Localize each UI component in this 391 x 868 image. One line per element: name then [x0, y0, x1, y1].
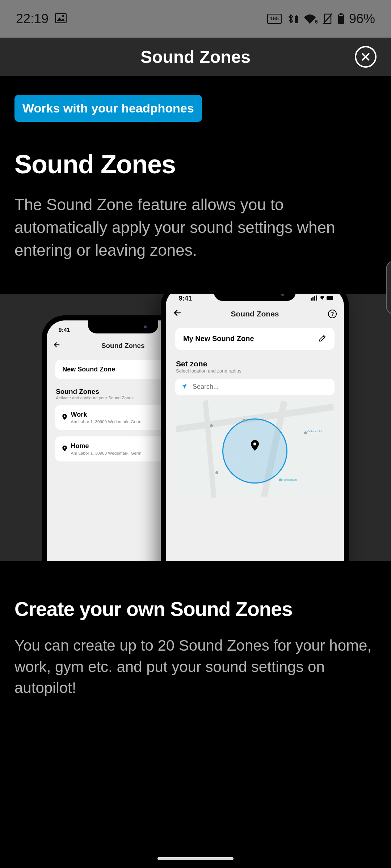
battery-percent: 96%	[349, 11, 375, 26]
svg-rect-20	[327, 296, 333, 300]
svg-text:Galerie Ltd: Galerie Ltd	[307, 430, 321, 433]
mock-back-title: Sound Zones	[101, 341, 145, 349]
battery-icon	[337, 13, 345, 25]
no-sim-icon	[322, 13, 333, 25]
bluetooth-battery-icon	[286, 13, 299, 25]
close-button[interactable]	[355, 46, 377, 68]
status-bar: 22:19 165 6 96%	[0, 0, 391, 38]
works-with-badge: Works with your headphones	[14, 95, 202, 122]
svg-rect-19	[316, 295, 317, 301]
svg-rect-0	[55, 13, 66, 23]
side-handle[interactable]	[386, 260, 391, 315]
section2-description: You can create up to 20 Sound Zones for …	[14, 635, 377, 699]
mock-time: 9:41	[58, 327, 70, 333]
mock-search-input	[193, 383, 329, 391]
close-icon	[361, 52, 370, 61]
svg-point-1	[62, 15, 64, 17]
mock-zone-name: My New Sound Zone	[183, 335, 254, 343]
mock-set-zone: Set zone	[175, 357, 335, 368]
image-icon	[55, 11, 67, 26]
status-left: 22:19	[16, 11, 67, 26]
wifi-icon: 6	[303, 13, 318, 25]
svg-rect-9	[340, 13, 342, 14]
edit-icon	[319, 334, 327, 344]
mockup-phone-front: 9:41 Sound Zones ? My New Sound Zone	[161, 294, 349, 561]
refresh-rate-icon: 165	[267, 14, 282, 24]
status-right: 165 6 96%	[267, 11, 375, 26]
svg-rect-16	[311, 298, 312, 301]
mock-time: 9:41	[179, 295, 192, 302]
intro-description: The Sound Zone feature allows you to aut…	[14, 193, 377, 262]
svg-point-22	[210, 424, 213, 427]
svg-text:Fahrschule: Fahrschule	[282, 478, 297, 481]
svg-rect-18	[314, 296, 315, 301]
back-icon	[173, 309, 182, 319]
back-icon	[53, 341, 60, 350]
section2-title: Create your own Sound Zones	[14, 597, 377, 621]
svg-text:6: 6	[315, 19, 318, 25]
location-arrow-icon	[181, 383, 188, 391]
pin-icon	[62, 414, 67, 421]
svg-rect-4	[295, 16, 298, 23]
svg-rect-10	[339, 15, 343, 16]
mock-front-title: Sound Zones	[231, 310, 279, 318]
intro-title: Sound Zones	[14, 149, 377, 179]
mock-set-zone-sub: Select location and zone radius	[175, 368, 335, 379]
page-title: Sound Zones	[140, 47, 251, 67]
svg-point-25	[279, 478, 282, 481]
svg-point-24	[304, 431, 307, 434]
mockup-graphic: 9:41 Sound Zones New Sound Zone Sound Zo	[0, 294, 391, 561]
mock-status-icons	[311, 295, 334, 302]
app-header: Sound Zones	[0, 38, 391, 76]
status-time: 22:19	[16, 11, 49, 26]
help-icon: ?	[328, 310, 337, 318]
pin-icon	[62, 445, 67, 452]
mock-map: Galerie Ltd Fahrschule	[175, 400, 335, 498]
svg-point-23	[215, 471, 218, 474]
svg-text:165: 165	[270, 16, 279, 21]
svg-rect-5	[296, 15, 297, 16]
svg-point-26	[243, 419, 245, 422]
home-indicator[interactable]	[157, 857, 234, 860]
mock-search-box	[175, 379, 335, 395]
content: Works with your headphones Sound Zones T…	[0, 76, 391, 699]
svg-rect-17	[312, 297, 314, 301]
